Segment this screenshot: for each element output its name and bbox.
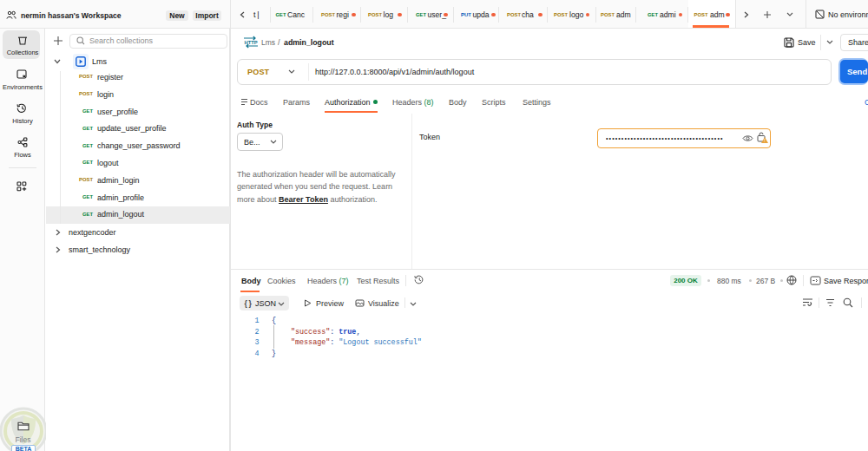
svg-text:!: !	[764, 138, 765, 143]
svg-text:HTTP: HTTP	[245, 40, 258, 45]
